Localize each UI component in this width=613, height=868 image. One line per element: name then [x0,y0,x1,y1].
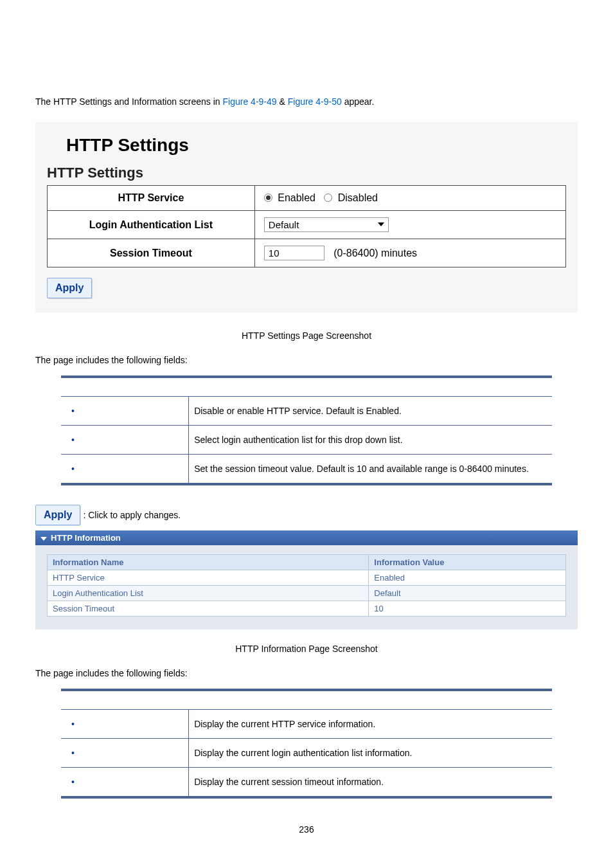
fields1-row1-desc: Disable or enable HTTP service. Default … [189,397,552,426]
collapse-icon [40,537,47,541]
fields-table-1: Disable or enable HTTP service. Default … [61,375,552,485]
info-row3-value: 10 [369,601,566,617]
fields2-row2-object [66,748,84,758]
http-service-radio-enabled[interactable] [264,194,272,202]
http-information-panel: HTTP Information Information Name Inform… [35,530,578,629]
info-row2-value: Default [369,586,566,601]
fields2-header-description [189,690,552,710]
http-settings-panel: HTTP Settings HTTP Settings HTTP Service… [35,122,578,312]
info-row1-value: Enabled [369,570,566,586]
fields2-row3-desc: Display the current session timeout info… [189,768,552,798]
information-caption: HTTP Information Page Screenshot [35,644,578,654]
http-information-header[interactable]: HTTP Information [35,530,578,545]
http-information-table: Information Name Information Value HTTP … [47,554,566,617]
session-timeout-label: Session Timeout [48,239,255,267]
http-service-radio-disabled[interactable] [324,194,332,202]
fields2-row1-desc: Display the current HTTP service informa… [189,710,552,739]
fields1-row2-desc: Select login authentication list for thi… [189,426,552,455]
http-service-label: HTTP Service [48,186,255,211]
http-information-title: HTTP Information [51,533,121,543]
login-auth-value: Default [269,219,299,230]
apply-note-text: : Click to apply changes. [83,510,181,520]
fields-table-2: Display the current HTTP service informa… [61,689,552,799]
login-auth-label: Login Authentication List [48,211,255,239]
login-auth-select[interactable]: Default [264,217,389,232]
session-timeout-input[interactable]: 10 [264,246,324,260]
info-col-name: Information Name [48,555,369,570]
fields2-row1-object [66,719,84,729]
http-settings-subtitle: HTTP Settings [47,165,566,181]
figure-link-2[interactable]: Figure 4-9-50 [288,96,342,107]
info-row1-name: HTTP Service [48,570,369,586]
http-service-opt-enabled: Enabled [275,192,319,203]
intro-text: The HTTP Settings and Information screen… [35,96,223,107]
fields-intro-2: The page includes the following fields: [35,668,578,678]
figure-link-1[interactable]: Figure 4-9-49 [223,96,277,107]
http-service-value-cell: Enabled Disabled [254,186,565,211]
http-service-opt-disabled: Disabled [335,192,378,203]
intro-paragraph: The HTTP Settings and Information screen… [35,96,578,107]
settings-caption: HTTP Settings Page Screenshot [35,330,578,341]
session-timeout-unit: (0-86400) minutes [333,248,417,258]
fields2-row2-desc: Display the current login authentication… [189,739,552,768]
settings-table: HTTP Service Enabled Disabled Login Auth… [47,185,566,267]
apply-button[interactable]: Apply [47,278,92,298]
chevron-down-icon [378,222,384,226]
page-number: 236 [35,824,578,835]
fields1-header-object [61,377,189,397]
fields2-row3-object [66,777,84,787]
info-col-value: Information Value [369,555,566,570]
fields1-row3-desc: Set the session timeout value. Default i… [189,455,552,485]
apply-button-inline[interactable]: Apply [35,505,80,525]
info-row2-name: Login Authentication List [48,586,369,601]
fields1-row3-object [66,464,84,474]
fields-intro-1: The page includes the following fields: [35,355,578,365]
http-settings-title: HTTP Settings [66,135,566,156]
intro-amp: & [277,96,288,107]
intro-suffix: appear. [342,96,375,107]
info-row3-name: Session Timeout [48,601,369,617]
fields1-header-description [189,377,552,397]
fields1-row2-object [66,435,84,445]
fields1-row1-object [66,406,84,416]
fields2-header-object [61,690,189,710]
